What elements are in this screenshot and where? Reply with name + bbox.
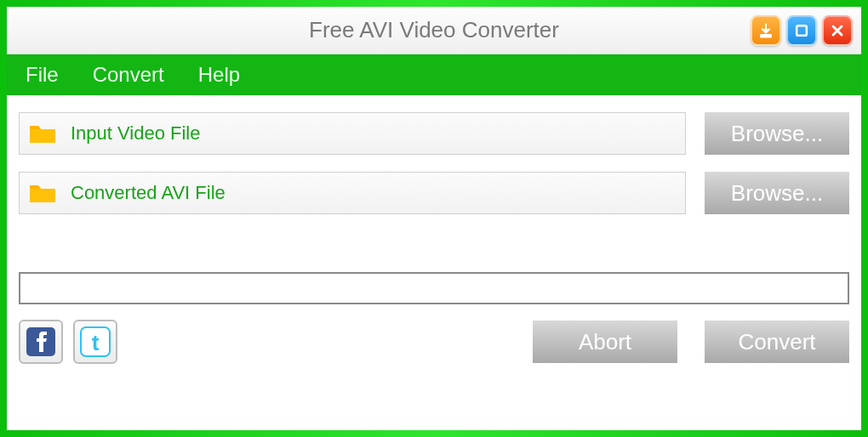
content-area: Input Video File Browse... Converted AVI… — [7, 95, 861, 430]
facebook-button[interactable] — [19, 320, 63, 364]
progress-bar — [19, 272, 849, 304]
output-file-label: Converted AVI File — [71, 182, 226, 204]
twitter-button[interactable]: t — [73, 320, 117, 364]
footer: t Abort Convert — [19, 320, 849, 364]
abort-button[interactable]: Abort — [533, 321, 677, 363]
maximize-button[interactable] — [786, 15, 817, 46]
output-file-row: Converted AVI File Browse... — [19, 172, 849, 214]
close-button[interactable] — [822, 15, 853, 46]
square-icon — [793, 22, 810, 39]
convert-button[interactable]: Convert — [705, 321, 849, 363]
window-controls — [751, 15, 853, 46]
titlebar: Free AVI Video Converter — [7, 7, 861, 54]
input-file-label: Input Video File — [71, 122, 200, 145]
svg-rect-0 — [797, 26, 807, 36]
browse-output-button[interactable]: Browse... — [705, 172, 849, 214]
minimize-tray-button[interactable] — [751, 15, 781, 46]
download-icon — [757, 22, 774, 39]
menu-file[interactable]: File — [26, 63, 59, 87]
close-icon — [829, 22, 846, 39]
input-file-field[interactable]: Input Video File — [19, 112, 686, 155]
app-window: Free AVI Video Converter File Convert He… — [0, 0, 868, 437]
output-file-field[interactable]: Converted AVI File — [19, 172, 686, 214]
menu-help[interactable]: Help — [198, 63, 240, 87]
input-file-row: Input Video File Browse... — [19, 112, 849, 155]
browse-input-button[interactable]: Browse... — [705, 112, 849, 155]
svg-text:t: t — [92, 330, 100, 355]
folder-icon — [28, 182, 57, 204]
menu-convert[interactable]: Convert — [93, 63, 164, 87]
facebook-icon — [26, 326, 56, 357]
menubar: File Convert Help — [7, 54, 861, 95]
folder-icon — [28, 122, 57, 145]
window-title: Free AVI Video Converter — [7, 17, 861, 43]
twitter-icon: t — [80, 326, 111, 357]
